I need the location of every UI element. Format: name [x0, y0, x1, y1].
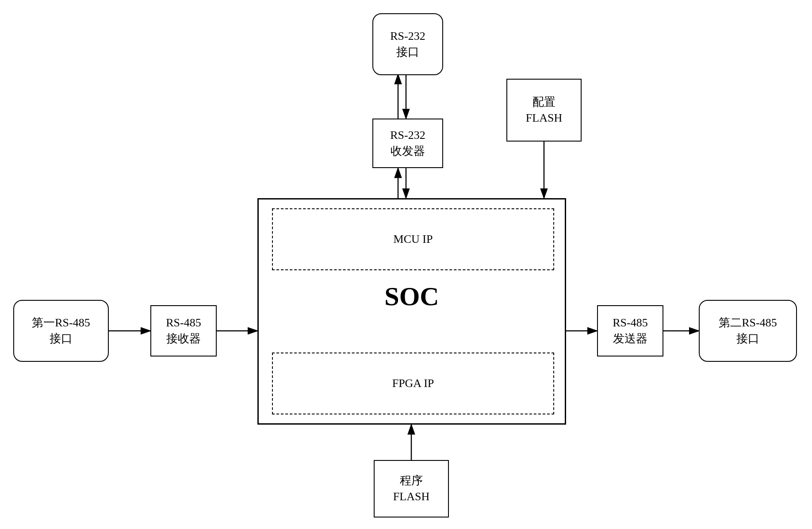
soc-label: SOC	[259, 281, 565, 312]
rs232-transceiver-line2: 收发器	[391, 143, 425, 159]
second-rs485-line1: 第二RS-485	[719, 315, 777, 331]
diagram: RS-232 接口 RS-232 收发器 配置 FLASH MCU IP SOC…	[0, 0, 812, 529]
soc-outer-box: MCU IP SOC FPGA IP	[257, 198, 566, 425]
fpga-ip-label: FPGA IP	[392, 377, 434, 390]
second-rs485-interface-box: 第二RS-485 接口	[699, 300, 797, 362]
rs232-interface-line1: RS-232	[390, 28, 425, 44]
program-flash-box: 程序 FLASH	[374, 460, 449, 518]
config-flash-line1: 配置	[532, 94, 555, 110]
mcu-ip-box: MCU IP	[272, 208, 554, 270]
second-rs485-line2: 接口	[736, 331, 759, 347]
rs485-receiver-box: RS-485 接收器	[150, 305, 217, 356]
mcu-ip-label: MCU IP	[394, 233, 433, 246]
rs485-receiver-line1: RS-485	[166, 315, 201, 331]
rs485-sender-box: RS-485 发送器	[597, 305, 663, 356]
program-flash-line2: FLASH	[393, 489, 429, 505]
first-rs485-interface-box: 第一RS-485 接口	[13, 300, 109, 362]
rs232-interface-box: RS-232 接口	[372, 13, 443, 75]
program-flash-line1: 程序	[400, 473, 423, 489]
first-rs485-line1: 第一RS-485	[32, 315, 90, 331]
rs485-sender-line1: RS-485	[613, 315, 647, 331]
rs232-interface-line2: 接口	[396, 44, 419, 60]
config-flash-line2: FLASH	[526, 110, 562, 126]
rs232-transceiver-box: RS-232 收发器	[372, 119, 443, 168]
rs485-receiver-line2: 接收器	[166, 331, 201, 347]
rs485-sender-line2: 发送器	[613, 331, 647, 347]
first-rs485-line2: 接口	[50, 331, 73, 347]
rs232-transceiver-line1: RS-232	[390, 127, 425, 143]
config-flash-box: 配置 FLASH	[506, 79, 582, 142]
fpga-ip-box: FPGA IP	[272, 353, 554, 414]
